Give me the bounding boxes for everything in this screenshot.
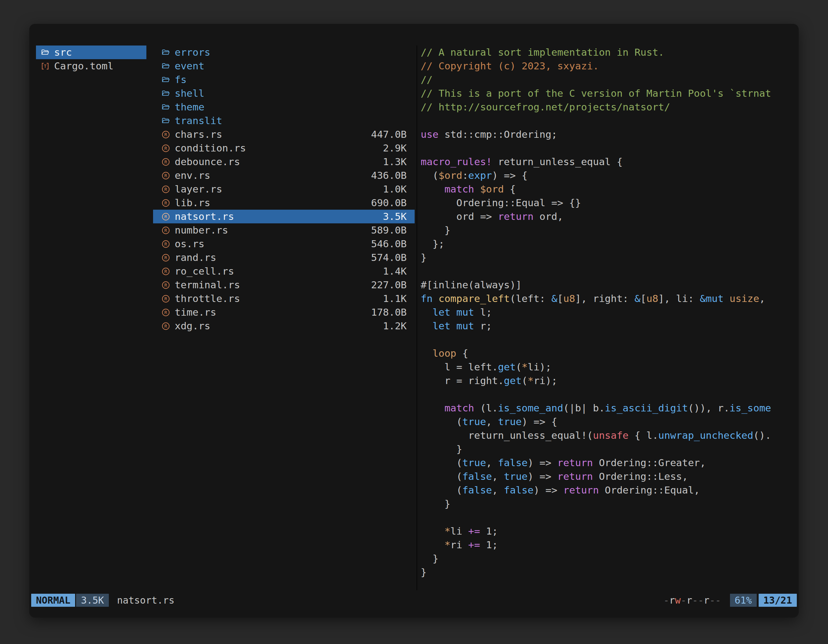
folder-icon [161,61,171,71]
preview-pane: // A natural sort implementation in Rust… [417,45,799,590]
item-size: 1.3K [383,155,407,169]
code-line: (true, false) => return Ordering::Greate… [421,456,799,470]
item-name: fs [175,73,187,86]
yazi-window: srcTCargo.toml errorseventfsshellthemetr… [29,24,799,617]
svg-text:R: R [165,323,168,329]
dir-row-errors[interactable]: errors [153,45,415,59]
dir-row-fs[interactable]: fs [153,73,415,86]
dir-row-translit[interactable]: translit [153,114,415,128]
dir-row-theme[interactable]: theme [153,100,415,114]
item-name: throttle.rs [175,292,240,306]
item-size: 690.0B [371,196,407,210]
item-name: condition.rs [175,141,246,155]
item-size: 1.1K [383,292,407,306]
item-name: lib.rs [175,196,210,210]
code-line: } [421,552,799,566]
rust-icon: R [161,308,171,317]
code-line: r = right.get(*ri); [421,374,799,387]
dir-row-shell[interactable]: shell [153,86,415,100]
folder-icon [161,102,171,112]
code-line: macro_rules! return_unless_equal { [421,155,799,169]
code-line: ord => return ord, [421,210,799,223]
item-size: 546.0B [371,237,407,251]
svg-text:R: R [165,310,168,315]
rust-icon: R [161,294,171,304]
status-percent-badge: 61% [730,594,757,607]
svg-text:R: R [165,214,168,219]
file-row-terminal.rs[interactable]: Rterminal.rs227.0B [153,278,415,292]
code-line: match (l.is_some_and(|b| b.is_ascii_digi… [421,401,799,415]
file-row-Cargo.toml[interactable]: TCargo.toml [36,59,146,73]
file-row-chars.rs[interactable]: Rchars.rs447.0B [153,128,415,141]
item-size: 1.4K [383,265,407,278]
status-filename: natsort.rs [117,595,175,606]
svg-text:R: R [165,186,168,192]
item-size: 574.0B [371,251,407,265]
code-line: use std::cmp::Ordering; [421,128,799,141]
code-line [421,114,799,128]
rust-icon: R [161,266,171,276]
svg-text:R: R [165,200,168,205]
code-line: #[inline(always)] [421,278,799,292]
svg-text:R: R [165,255,168,260]
status-position-badge: 13/21 [759,594,797,607]
file-row-layer.rs[interactable]: Rlayer.rs1.0K [153,182,415,196]
file-row-xdg.rs[interactable]: Rxdg.rs1.2K [153,319,415,333]
file-row-natsort.rs[interactable]: Rnatsort.rs3.5K [153,210,415,223]
item-name: errors [175,45,210,59]
item-size: 1.0K [383,182,407,196]
svg-text:R: R [165,296,168,301]
file-row-debounce.rs[interactable]: Rdebounce.rs1.3K [153,155,415,169]
item-size: 1.2K [383,319,407,333]
item-size: 2.9K [383,141,407,155]
file-row-lib.rs[interactable]: Rlib.rs690.0B [153,196,415,210]
code-line: (false, true) => return Ordering::Less, [421,470,799,483]
code-line: // Copyright (c) 2023, sxyazi. [421,59,799,73]
item-name: src [54,45,72,59]
item-name: ro_cell.rs [175,265,234,278]
code-line: } [421,566,799,579]
parent-pane: srcTCargo.toml [36,45,146,590]
svg-text:R: R [165,159,168,165]
code-line: l = left.get(*li); [421,360,799,374]
item-name: xdg.rs [175,319,210,333]
dir-row-src[interactable]: src [36,45,146,59]
folder-icon [161,116,171,126]
rust-icon: R [161,253,171,263]
rust-icon: R [161,239,171,249]
item-name: debounce.rs [175,155,240,169]
item-size: 178.0B [371,306,407,319]
rust-icon: R [161,185,171,194]
file-row-os.rs[interactable]: Ros.rs546.0B [153,237,415,251]
item-name: rand.rs [175,251,216,265]
file-row-throttle.rs[interactable]: Rthrottle.rs1.1K [153,292,415,306]
file-row-rand.rs[interactable]: Rrand.rs574.0B [153,251,415,265]
current-pane: errorseventfsshellthemetranslitRchars.rs… [153,45,415,590]
item-name: os.rs [175,237,204,251]
code-line: fn compare_left(left: &[u8], right: &[u8… [421,292,799,306]
file-row-ro_cell.rs[interactable]: Rro_cell.rs1.4K [153,265,415,278]
file-row-condition.rs[interactable]: Rcondition.rs2.9K [153,141,415,155]
code-line: return_unless_equal!(unsafe { l.unwrap_u… [421,429,799,442]
item-name: chars.rs [175,128,222,141]
file-row-env.rs[interactable]: Renv.rs436.0B [153,169,415,182]
dir-row-event[interactable]: event [153,59,415,73]
code-line: // A natural sort implementation in Rust… [421,45,799,59]
item-size: 227.0B [371,278,407,292]
folder-icon [41,48,50,57]
code-line: } [421,223,799,237]
code-line [421,387,799,401]
file-row-number.rs[interactable]: Rnumber.rs589.0B [153,223,415,237]
folder-icon [161,48,171,57]
rust-icon: R [161,130,171,139]
code-line: loop { [421,346,799,360]
rust-icon: R [161,198,171,208]
toml-icon: T [41,61,50,71]
file-row-time.rs[interactable]: Rtime.rs178.0B [153,306,415,319]
item-name: env.rs [175,169,210,182]
item-size: 589.0B [371,223,407,237]
rust-icon: R [161,144,171,153]
status-size-badge: 3.5K [76,594,108,607]
code-line: } [421,497,799,511]
svg-text:R: R [165,146,168,151]
